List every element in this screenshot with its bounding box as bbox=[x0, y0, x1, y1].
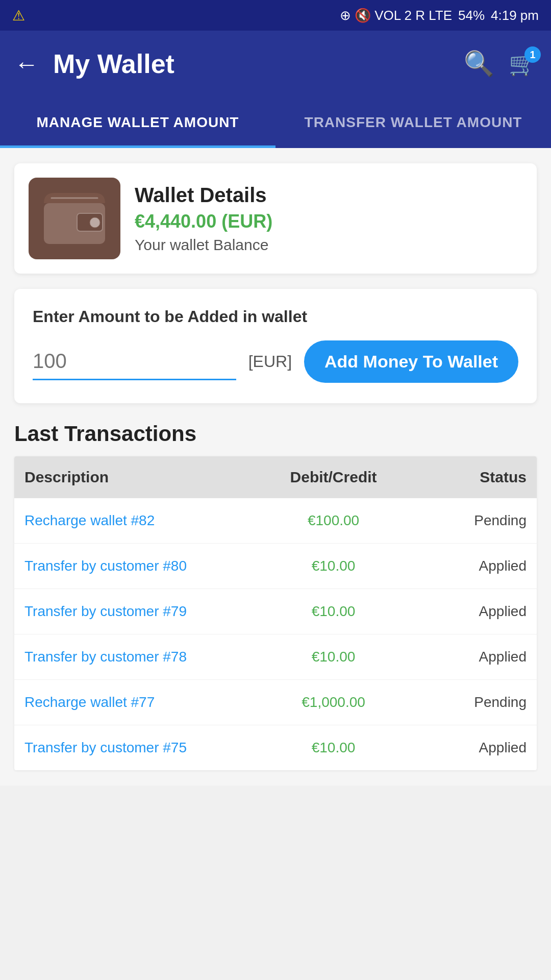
row-amount: €10.00 bbox=[256, 649, 411, 665]
table-header: Description Debit/Credit Status bbox=[14, 456, 537, 498]
row-status: Pending bbox=[411, 694, 527, 710]
row-amount: €10.00 bbox=[256, 603, 411, 620]
cart-badge: 1 bbox=[524, 46, 541, 63]
row-description: Transfer by customer #80 bbox=[24, 558, 256, 574]
row-amount: €1,000.00 bbox=[256, 694, 411, 710]
row-amount: €100.00 bbox=[256, 512, 411, 529]
row-description: Transfer by customer #79 bbox=[24, 603, 256, 620]
col-header-debit-credit: Debit/Credit bbox=[256, 469, 411, 486]
row-description: Recharge wallet #77 bbox=[24, 694, 256, 710]
wallet-details-card: Wallet Details €4,440.00 (EUR) Your wall… bbox=[14, 163, 537, 274]
table-row[interactable]: Recharge wallet #77 €1,000.00 Pending bbox=[14, 680, 537, 725]
app-header: ← My Wallet 🔍 🛒 1 bbox=[0, 31, 551, 97]
col-header-status: Status bbox=[411, 469, 527, 486]
add-money-row: [EUR] Add Money To Wallet bbox=[33, 340, 518, 383]
transactions-section-title: Last Transactions bbox=[14, 422, 537, 446]
status-bar: ⚠ ⊕ 🔇 VOL 2 R LTE 54% 4:19 pm bbox=[0, 0, 551, 31]
row-status: Applied bbox=[411, 649, 527, 665]
page-title: My Wallet bbox=[53, 48, 449, 79]
tab-manage-wallet[interactable]: MANAGE WALLET AMOUNT bbox=[0, 97, 276, 148]
row-amount: €10.00 bbox=[256, 558, 411, 574]
amount-input-wrapper bbox=[33, 344, 236, 380]
table-row[interactable]: Transfer by customer #75 €10.00 Applied bbox=[14, 725, 537, 770]
table-row[interactable]: Transfer by customer #79 €10.00 Applied bbox=[14, 589, 537, 634]
wallet-illustration bbox=[41, 190, 108, 247]
row-amount: €10.00 bbox=[256, 740, 411, 756]
wallet-details-title: Wallet Details bbox=[135, 184, 272, 207]
wallet-balance-amount: €4,440.00 (EUR) bbox=[135, 211, 272, 232]
status-warning-icon: ⚠ bbox=[12, 7, 25, 24]
battery-level: 54% bbox=[458, 8, 485, 23]
wallet-info: Wallet Details €4,440.00 (EUR) Your wall… bbox=[135, 184, 272, 254]
status-bar-right: ⊕ 🔇 VOL 2 R LTE 54% 4:19 pm bbox=[340, 8, 539, 23]
row-description: Recharge wallet #82 bbox=[24, 512, 256, 529]
row-status: Applied bbox=[411, 558, 527, 574]
tab-bar: MANAGE WALLET AMOUNT TRANSFER WALLET AMO… bbox=[0, 97, 551, 148]
wallet-balance-label: Your wallet Balance bbox=[135, 236, 272, 254]
tab-transfer-wallet[interactable]: TRANSFER WALLET AMOUNT bbox=[276, 97, 551, 148]
add-money-label: Enter Amount to be Added in wallet bbox=[33, 307, 518, 326]
wallet-icon-container bbox=[29, 178, 120, 259]
cart-button[interactable]: 🛒 1 bbox=[509, 51, 537, 77]
row-status: Applied bbox=[411, 740, 527, 756]
search-button[interactable]: 🔍 bbox=[464, 50, 494, 78]
add-money-button[interactable]: Add Money To Wallet bbox=[304, 340, 518, 383]
transaction-rows: Recharge wallet #82 €100.00 Pending Tran… bbox=[14, 498, 537, 770]
back-button[interactable]: ← bbox=[14, 50, 39, 78]
col-header-description: Description bbox=[24, 469, 256, 486]
table-row[interactable]: Recharge wallet #82 €100.00 Pending bbox=[14, 498, 537, 544]
amount-input[interactable] bbox=[33, 344, 236, 380]
row-status: Applied bbox=[411, 603, 527, 620]
row-description: Transfer by customer #75 bbox=[24, 740, 256, 756]
time-display: 4:19 pm bbox=[491, 8, 539, 23]
main-content: Wallet Details €4,440.00 (EUR) Your wall… bbox=[0, 148, 551, 786]
table-row[interactable]: Transfer by customer #80 €10.00 Applied bbox=[14, 544, 537, 589]
status-icons: ⊕ 🔇 VOL 2 R LTE bbox=[340, 8, 452, 23]
row-description: Transfer by customer #78 bbox=[24, 649, 256, 665]
transactions-table: Description Debit/Credit Status Recharge… bbox=[14, 456, 537, 770]
row-status: Pending bbox=[411, 512, 527, 529]
add-money-card: Enter Amount to be Added in wallet [EUR]… bbox=[14, 289, 537, 403]
table-row[interactable]: Transfer by customer #78 €10.00 Applied bbox=[14, 634, 537, 680]
currency-label: [EUR] bbox=[248, 352, 292, 371]
svg-point-2 bbox=[90, 217, 100, 228]
